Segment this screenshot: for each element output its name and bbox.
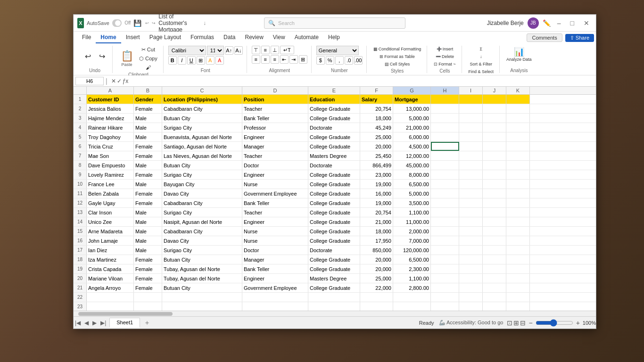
col-header-c[interactable]: C [162, 87, 242, 94]
comma-button[interactable]: , [335, 56, 344, 65]
header-cell-3[interactable]: Location (Philippines) [162, 95, 242, 104]
col-header-f[interactable]: F [360, 87, 393, 94]
cell-r5-c8[interactable] [431, 132, 459, 141]
cell-r21-c3[interactable]: Butuan City [162, 283, 242, 292]
cell-r6-c1[interactable]: Tricia Cruz [87, 142, 134, 151]
find-select-button[interactable]: Find & Select [467, 68, 496, 75]
confirm-formula-icon[interactable]: ✓ [117, 78, 122, 84]
header-cell-2[interactable]: Gender [134, 95, 162, 104]
analyze-data-button[interactable]: 📊 Analyze Data [504, 46, 534, 63]
cell-r10-c11[interactable] [506, 180, 530, 189]
cell-r12-c5[interactable]: College Graduate [308, 198, 360, 207]
cell-r2-c1[interactable]: Jessica Balios [87, 104, 134, 113]
cell-r10-c7[interactable]: 6,500.00 [393, 180, 431, 189]
cell-r4-c8[interactable] [431, 123, 459, 132]
cell-r10-c2[interactable]: Male [134, 180, 162, 189]
cell-r6-c6[interactable]: 20,000 [360, 142, 393, 151]
cell-r17-c1[interactable]: Ian Diez [87, 246, 134, 255]
cell-r15-c2[interactable]: Male [134, 227, 162, 236]
cell-r15-c6[interactable]: 18,000 [360, 227, 393, 236]
tab-insert[interactable]: Insert [121, 32, 145, 43]
cell-r17-c7[interactable]: 120,000.00 [393, 246, 431, 255]
cell-r7-c2[interactable]: Female [134, 151, 162, 160]
tab-view[interactable]: View [268, 32, 290, 43]
cell-r5-c7[interactable]: 6,000.00 [393, 132, 431, 141]
cell-r4-c4[interactable]: Professor [242, 123, 308, 132]
underline-button[interactable]: U [187, 56, 196, 65]
tab-home[interactable]: Home [96, 32, 121, 43]
cell-r22-c2[interactable] [134, 293, 162, 302]
cell-r10-c4[interactable]: Nurse [242, 180, 308, 189]
cell-r2-c5[interactable]: College Graduate [308, 104, 360, 113]
cell-r21-c1[interactable]: Angela Arroyo [87, 283, 134, 292]
cell-r8-c3[interactable]: Butuan City [162, 161, 242, 170]
cell-r10-c9[interactable] [459, 180, 483, 189]
cell-r2-c6[interactable]: 20,754 [360, 104, 393, 113]
cell-r23-c10[interactable] [483, 302, 506, 311]
cell-r9-c2[interactable]: Female [134, 170, 162, 179]
header-cell-11[interactable] [506, 95, 530, 104]
cell-r8-c10[interactable] [483, 161, 506, 170]
cell-r6-c7[interactable]: 4,500.00 [393, 142, 431, 151]
cell-r20-c7[interactable]: 1,100.00 [393, 274, 431, 283]
cell-r12-c10[interactable] [483, 198, 506, 207]
cell-r15-c9[interactable] [459, 227, 483, 236]
cell-r23-c8[interactable] [431, 302, 459, 311]
user-avatar[interactable]: JB [528, 17, 539, 29]
cell-r16-c1[interactable]: John Lamaje [87, 236, 134, 245]
cell-r16-c3[interactable]: Davao City [162, 236, 242, 245]
cell-r22-c10[interactable] [483, 293, 506, 302]
cell-r10-c10[interactable] [483, 180, 506, 189]
col-header-g[interactable]: G [393, 87, 431, 94]
col-header-b[interactable]: B [134, 87, 162, 94]
cell-r7-c11[interactable] [506, 151, 530, 160]
cell-r11-c10[interactable] [483, 189, 506, 198]
cell-r22-c5[interactable] [308, 293, 360, 302]
cell-r15-c4[interactable]: Nurse [242, 227, 308, 236]
cell-r14-c2[interactable]: Male [134, 217, 162, 226]
number-format-select[interactable]: General [316, 46, 359, 55]
cell-r3-c1[interactable]: Hajime Mendez [87, 114, 134, 123]
cell-r19-c6[interactable]: 20,000 [360, 264, 393, 273]
cell-r13-c1[interactable]: Clar Inson [87, 208, 134, 217]
cell-r20-c2[interactable]: Female [134, 274, 162, 283]
cell-r14-c5[interactable]: College Graduate [308, 217, 360, 226]
col-header-d[interactable]: D [242, 87, 308, 94]
search-box[interactable]: 🔍 Search [264, 17, 405, 29]
col-header-i[interactable]: I [459, 87, 483, 94]
cell-r11-c2[interactable]: Female [134, 189, 162, 198]
cell-r17-c5[interactable]: Doctorate [308, 246, 360, 255]
cell-r15-c7[interactable]: 2,000.00 [393, 227, 431, 236]
page-break-view-button[interactable]: ⊟ [520, 319, 526, 327]
cell-r5-c4[interactable]: Engineer [242, 132, 308, 141]
col-header-j[interactable]: J [483, 87, 506, 94]
cell-r19-c1[interactable]: Crista Capada [87, 264, 134, 273]
cell-r12-c4[interactable]: Bank Teller [242, 198, 308, 207]
increase-font-button[interactable]: A↑ [225, 46, 233, 55]
edit-icon[interactable]: ✏️ [543, 19, 551, 27]
tab-file[interactable]: File [77, 32, 96, 43]
cell-r11-c11[interactable] [506, 189, 530, 198]
cell-r10-c5[interactable]: College Graduate [308, 180, 360, 189]
cell-r3-c3[interactable]: Butuan City [162, 114, 242, 123]
undo-button[interactable]: ↩ [81, 51, 94, 62]
cell-r17-c11[interactable] [506, 246, 530, 255]
cell-r22-c8[interactable] [431, 293, 459, 302]
cell-r9-c7[interactable]: 8,000.00 [393, 170, 431, 179]
cell-r12-c2[interactable]: Female [134, 198, 162, 207]
percent-button[interactable]: % [326, 56, 334, 65]
cell-r23-c3[interactable] [162, 302, 242, 311]
cell-r3-c8[interactable] [431, 114, 459, 123]
cell-r18-c11[interactable] [506, 255, 530, 264]
cell-r18-c4[interactable]: Manager [242, 255, 308, 264]
cell-r5-c11[interactable] [506, 132, 530, 141]
cell-r19-c10[interactable] [483, 264, 506, 273]
cell-r13-c10[interactable] [483, 208, 506, 217]
cell-r11-c5[interactable]: College Graduate [308, 189, 360, 198]
cell-r11-c8[interactable] [431, 189, 459, 198]
cell-r19-c11[interactable] [506, 264, 530, 273]
h-scroll-thumb[interactable] [78, 312, 173, 316]
cell-r19-c9[interactable] [459, 264, 483, 273]
align-middle-button[interactable]: ≡ [261, 46, 270, 54]
cell-r3-c9[interactable] [459, 114, 483, 123]
